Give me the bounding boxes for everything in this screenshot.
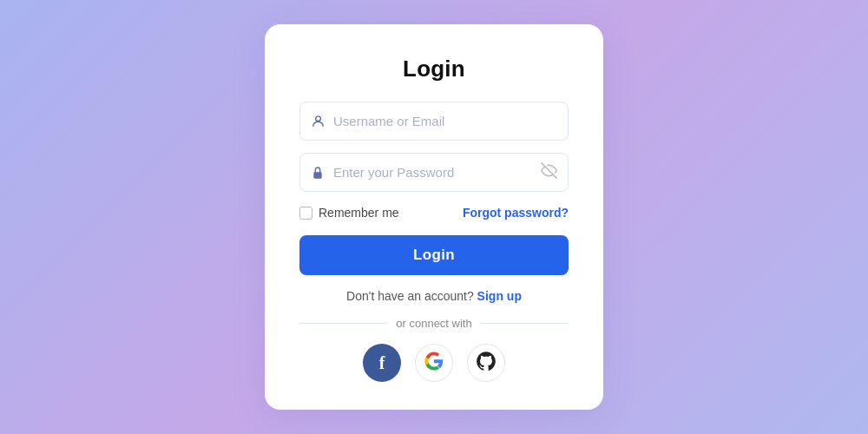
options-row: Remember me Forgot password? (299, 206, 569, 220)
remember-me-label[interactable]: Remember me (299, 206, 399, 220)
divider-text: or connect with (396, 317, 471, 330)
divider-left (299, 323, 387, 324)
google-icon (424, 352, 444, 375)
google-button[interactable] (415, 344, 453, 382)
login-card: Login Reme (265, 24, 603, 410)
social-buttons-row: f (363, 344, 505, 382)
signup-prompt: Don't have an account? (346, 289, 474, 303)
facebook-icon: f (379, 353, 385, 373)
page-title: Login (403, 56, 465, 82)
login-button[interactable]: Login (299, 235, 569, 275)
password-input[interactable] (299, 153, 569, 192)
facebook-button[interactable]: f (363, 344, 401, 382)
divider-row: or connect with (299, 317, 569, 330)
password-input-group (299, 153, 569, 192)
divider-right (481, 323, 569, 324)
signup-link[interactable]: Sign up (477, 289, 522, 303)
remember-checkbox[interactable] (299, 207, 312, 220)
forgot-password-link[interactable]: Forgot password? (463, 206, 569, 220)
remember-label-text: Remember me (319, 206, 399, 220)
github-button[interactable] (467, 344, 505, 382)
username-input[interactable] (299, 102, 569, 141)
username-input-group (299, 102, 569, 141)
github-icon (475, 350, 497, 377)
toggle-password-icon[interactable] (541, 162, 557, 183)
signup-row: Don't have an account? Sign up (346, 289, 522, 303)
